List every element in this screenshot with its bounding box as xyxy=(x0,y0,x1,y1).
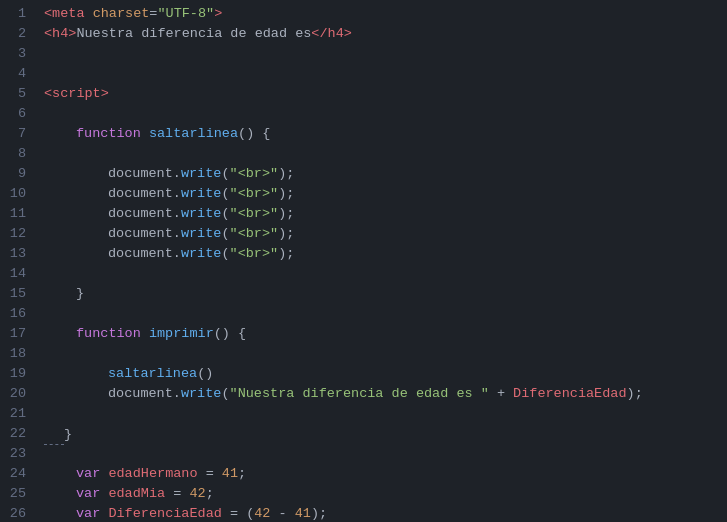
code-line: 20 document.write("Nuestra diferencia de… xyxy=(0,384,727,404)
code-line: 21 xyxy=(0,404,727,424)
line-number: 23 xyxy=(0,444,38,464)
line-number: 1 xyxy=(0,4,38,24)
line-number: 24 xyxy=(0,464,38,484)
line-content: document.write("Nuestra diferencia de ed… xyxy=(38,384,727,404)
code-line: 25 var edadMia = 42; xyxy=(0,484,727,504)
line-number: 17 xyxy=(0,324,38,344)
code-line: 6 xyxy=(0,104,727,124)
code-line: 12 document.write("<br>"); xyxy=(0,224,727,244)
code-line: 1<meta charset="UTF-8"> xyxy=(0,4,727,24)
line-content: <meta charset="UTF-8"> xyxy=(38,4,727,24)
line-number: 20 xyxy=(0,384,38,404)
line-number: 21 xyxy=(0,404,38,424)
line-number: 25 xyxy=(0,484,38,504)
code-line: 13 document.write("<br>"); xyxy=(0,244,727,264)
line-number: 7 xyxy=(0,124,38,144)
line-number: 19 xyxy=(0,364,38,384)
line-content: document.write("<br>"); xyxy=(38,244,727,264)
line-content: document.write("<br>"); xyxy=(38,184,727,204)
line-number: 2 xyxy=(0,24,38,44)
line-content: document.write("<br>"); xyxy=(38,224,727,244)
line-content: <h4>Nuestra diferencia de edad es</h4> xyxy=(38,24,727,44)
line-number: 8 xyxy=(0,144,38,164)
line-number: 4 xyxy=(0,64,38,84)
line-number: 13 xyxy=(0,244,38,264)
code-line: 16 xyxy=(0,304,727,324)
line-number: 12 xyxy=(0,224,38,244)
code-line: 26 var DiferenciaEdad = (42 - 41); xyxy=(0,504,727,522)
line-number: 14 xyxy=(0,264,38,284)
line-content: function imprimir() { xyxy=(38,324,727,344)
line-number: 5 xyxy=(0,84,38,104)
code-line: 23 xyxy=(0,444,727,464)
code-line: 9 document.write("<br>"); xyxy=(0,164,727,184)
code-line: 7 function saltarlinea() { xyxy=(0,124,727,144)
code-line: 22 } xyxy=(0,424,727,444)
line-number: 9 xyxy=(0,164,38,184)
code-line: 14 xyxy=(0,264,727,284)
code-line: 10 document.write("<br>"); xyxy=(0,184,727,204)
code-line: 18 xyxy=(0,344,727,364)
line-number: 22 xyxy=(0,424,38,444)
line-content: var DiferenciaEdad = (42 - 41); xyxy=(38,504,727,522)
code-line: 11 document.write("<br>"); xyxy=(0,204,727,224)
line-content: var edadHermano = 41; xyxy=(38,464,727,484)
code-line: 8 xyxy=(0,144,727,164)
line-content: } xyxy=(38,424,727,445)
line-content: } xyxy=(38,284,727,304)
line-number: 11 xyxy=(0,204,38,224)
line-number: 10 xyxy=(0,184,38,204)
code-line: 19 saltarlinea() xyxy=(0,364,727,384)
code-editor: 1<meta charset="UTF-8">2<h4>Nuestra dife… xyxy=(0,0,727,522)
line-content: function saltarlinea() { xyxy=(38,124,727,144)
line-number: 18 xyxy=(0,344,38,364)
line-number: 26 xyxy=(0,504,38,522)
code-line: 5<script> xyxy=(0,84,727,104)
line-number: 15 xyxy=(0,284,38,304)
line-number: 16 xyxy=(0,304,38,324)
code-line: 17 function imprimir() { xyxy=(0,324,727,344)
code-line: 4 xyxy=(0,64,727,84)
line-content: <script> xyxy=(38,84,727,104)
line-content: document.write("<br>"); xyxy=(38,164,727,184)
line-number: 3 xyxy=(0,44,38,64)
line-content: saltarlinea() xyxy=(38,364,727,384)
code-line: 3 xyxy=(0,44,727,64)
code-line: 24 var edadHermano = 41; xyxy=(0,464,727,484)
code-line: 15 } xyxy=(0,284,727,304)
code-line: 2<h4>Nuestra diferencia de edad es</h4> xyxy=(0,24,727,44)
line-content: document.write("<br>"); xyxy=(38,204,727,224)
line-number: 6 xyxy=(0,104,38,124)
line-content: var edadMia = 42; xyxy=(38,484,727,504)
